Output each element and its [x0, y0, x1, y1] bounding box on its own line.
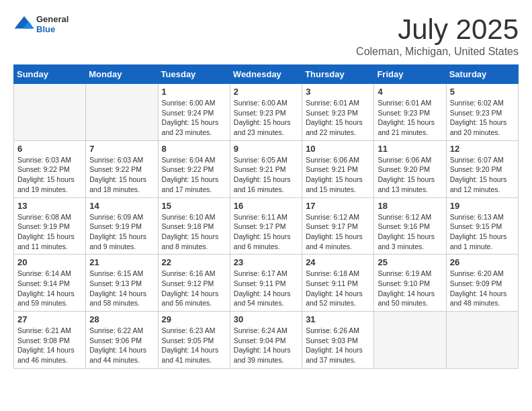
calendar-cell: 22Sunrise: 6:16 AMSunset: 9:12 PMDayligh… [158, 255, 230, 312]
calendar-week-row: 1Sunrise: 6:00 AMSunset: 9:24 PMDaylight… [14, 84, 519, 141]
calendar-cell: 2Sunrise: 6:00 AMSunset: 9:23 PMDaylight… [230, 84, 302, 141]
day-number: 22 [162, 257, 226, 267]
day-number: 16 [234, 201, 298, 211]
day-info: Sunrise: 6:26 AMSunset: 9:03 PMDaylight:… [306, 326, 370, 365]
calendar-cell: 29Sunrise: 6:23 AMSunset: 9:05 PMDayligh… [158, 312, 230, 369]
day-number: 21 [89, 257, 154, 267]
day-info: Sunrise: 6:21 AMSunset: 9:08 PMDaylight:… [17, 326, 82, 365]
day-number: 7 [89, 144, 154, 154]
day-number: 12 [450, 144, 515, 154]
day-number: 18 [378, 201, 442, 211]
calendar-cell [374, 312, 446, 369]
day-info: Sunrise: 6:23 AMSunset: 9:05 PMDaylight:… [162, 326, 226, 365]
day-number: 1 [162, 87, 226, 97]
day-info: Sunrise: 6:12 AMSunset: 9:16 PMDaylight:… [378, 212, 442, 252]
day-number: 17 [306, 201, 370, 211]
calendar-cell: 3Sunrise: 6:01 AMSunset: 9:23 PMDaylight… [302, 84, 374, 141]
weekday-header: Tuesday [158, 65, 230, 84]
day-info: Sunrise: 6:09 AMSunset: 9:19 PMDaylight:… [89, 212, 154, 252]
calendar-header-row: SundayMondayTuesdayWednesdayThursdayFrid… [14, 65, 519, 84]
calendar-cell: 5Sunrise: 6:02 AMSunset: 9:23 PMDaylight… [446, 84, 518, 141]
day-number: 19 [450, 201, 515, 211]
calendar-cell: 21Sunrise: 6:15 AMSunset: 9:13 PMDayligh… [86, 255, 158, 312]
calendar-cell: 7Sunrise: 6:03 AMSunset: 9:22 PMDaylight… [86, 140, 158, 197]
calendar-cell: 24Sunrise: 6:18 AMSunset: 9:11 PMDayligh… [302, 255, 374, 312]
calendar-cell: 12Sunrise: 6:07 AMSunset: 9:20 PMDayligh… [446, 140, 518, 197]
month-title: July 2025 [356, 13, 519, 46]
calendar-cell: 11Sunrise: 6:06 AMSunset: 9:20 PMDayligh… [374, 140, 446, 197]
day-number: 13 [17, 201, 82, 211]
calendar-table: SundayMondayTuesdayWednesdayThursdayFrid… [13, 64, 519, 369]
day-number: 27 [17, 314, 82, 324]
weekday-header: Thursday [302, 65, 374, 84]
calendar-week-row: 27Sunrise: 6:21 AMSunset: 9:08 PMDayligh… [14, 312, 519, 369]
calendar-week-row: 13Sunrise: 6:08 AMSunset: 9:19 PMDayligh… [14, 197, 519, 255]
day-number: 15 [162, 201, 226, 211]
calendar-cell: 10Sunrise: 6:06 AMSunset: 9:21 PMDayligh… [302, 140, 374, 197]
calendar-cell: 28Sunrise: 6:22 AMSunset: 9:06 PMDayligh… [86, 312, 158, 369]
day-info: Sunrise: 6:17 AMSunset: 9:11 PMDaylight:… [234, 269, 298, 308]
calendar-week-row: 20Sunrise: 6:14 AMSunset: 9:14 PMDayligh… [14, 255, 519, 312]
day-info: Sunrise: 6:01 AMSunset: 9:23 PMDaylight:… [306, 98, 370, 138]
calendar-cell: 23Sunrise: 6:17 AMSunset: 9:11 PMDayligh… [230, 255, 302, 312]
day-number: 26 [450, 257, 515, 267]
calendar-cell [86, 84, 158, 141]
day-info: Sunrise: 6:07 AMSunset: 9:20 PMDaylight:… [450, 155, 515, 195]
day-info: Sunrise: 6:03 AMSunset: 9:22 PMDaylight:… [17, 155, 82, 195]
calendar-cell: 16Sunrise: 6:11 AMSunset: 9:17 PMDayligh… [230, 197, 302, 255]
day-info: Sunrise: 6:00 AMSunset: 9:24 PMDaylight:… [162, 98, 226, 138]
weekday-header: Wednesday [230, 65, 302, 84]
day-number: 20 [17, 257, 82, 267]
day-number: 14 [89, 201, 154, 211]
calendar-cell: 1Sunrise: 6:00 AMSunset: 9:24 PMDaylight… [158, 84, 230, 141]
calendar-cell [14, 84, 86, 141]
day-number: 4 [378, 87, 442, 97]
logo-blue-text: Blue [36, 24, 69, 34]
weekday-header: Monday [86, 65, 158, 84]
calendar-cell: 14Sunrise: 6:09 AMSunset: 9:19 PMDayligh… [86, 197, 158, 255]
day-number: 10 [306, 144, 370, 154]
day-info: Sunrise: 6:01 AMSunset: 9:23 PMDaylight:… [378, 98, 442, 138]
day-number: 28 [89, 314, 154, 324]
day-number: 31 [306, 314, 370, 324]
calendar-cell: 25Sunrise: 6:19 AMSunset: 9:10 PMDayligh… [374, 255, 446, 312]
calendar-cell: 13Sunrise: 6:08 AMSunset: 9:19 PMDayligh… [14, 197, 86, 255]
calendar-cell: 4Sunrise: 6:01 AMSunset: 9:23 PMDaylight… [374, 84, 446, 141]
logo-general-text: General [36, 14, 69, 24]
logo: General Blue [13, 13, 69, 35]
calendar-cell: 17Sunrise: 6:12 AMSunset: 9:17 PMDayligh… [302, 197, 374, 255]
day-info: Sunrise: 6:24 AMSunset: 9:04 PMDaylight:… [234, 326, 298, 365]
day-info: Sunrise: 6:05 AMSunset: 9:21 PMDaylight:… [234, 155, 298, 195]
weekday-header: Sunday [14, 65, 86, 84]
day-number: 24 [306, 257, 370, 267]
calendar-cell: 30Sunrise: 6:24 AMSunset: 9:04 PMDayligh… [230, 312, 302, 369]
day-number: 11 [378, 144, 442, 154]
calendar-cell [446, 312, 518, 369]
day-info: Sunrise: 6:03 AMSunset: 9:22 PMDaylight:… [89, 155, 154, 195]
day-info: Sunrise: 6:14 AMSunset: 9:14 PMDaylight:… [17, 269, 82, 308]
title-block: July 2025 Coleman, Michigan, United Stat… [356, 13, 519, 58]
day-info: Sunrise: 6:06 AMSunset: 9:21 PMDaylight:… [306, 155, 370, 195]
calendar-cell: 26Sunrise: 6:20 AMSunset: 9:09 PMDayligh… [446, 255, 518, 312]
day-number: 5 [450, 87, 515, 97]
day-number: 6 [17, 144, 82, 154]
day-number: 30 [234, 314, 298, 324]
calendar-cell: 20Sunrise: 6:14 AMSunset: 9:14 PMDayligh… [14, 255, 86, 312]
day-number: 29 [162, 314, 226, 324]
calendar-cell: 19Sunrise: 6:13 AMSunset: 9:15 PMDayligh… [446, 197, 518, 255]
day-number: 3 [306, 87, 370, 97]
day-number: 23 [234, 257, 298, 267]
day-info: Sunrise: 6:16 AMSunset: 9:12 PMDaylight:… [162, 269, 226, 308]
day-info: Sunrise: 6:10 AMSunset: 9:18 PMDaylight:… [162, 212, 226, 252]
calendar-cell: 15Sunrise: 6:10 AMSunset: 9:18 PMDayligh… [158, 197, 230, 255]
day-info: Sunrise: 6:08 AMSunset: 9:19 PMDaylight:… [17, 212, 82, 252]
day-info: Sunrise: 6:12 AMSunset: 9:17 PMDaylight:… [306, 212, 370, 252]
day-info: Sunrise: 6:19 AMSunset: 9:10 PMDaylight:… [378, 269, 442, 308]
day-number: 2 [234, 87, 298, 97]
calendar-cell: 31Sunrise: 6:26 AMSunset: 9:03 PMDayligh… [302, 312, 374, 369]
day-info: Sunrise: 6:15 AMSunset: 9:13 PMDaylight:… [89, 269, 154, 308]
weekday-header: Saturday [446, 65, 518, 84]
calendar-cell: 18Sunrise: 6:12 AMSunset: 9:16 PMDayligh… [374, 197, 446, 255]
day-number: 25 [378, 257, 442, 267]
calendar-cell: 27Sunrise: 6:21 AMSunset: 9:08 PMDayligh… [14, 312, 86, 369]
